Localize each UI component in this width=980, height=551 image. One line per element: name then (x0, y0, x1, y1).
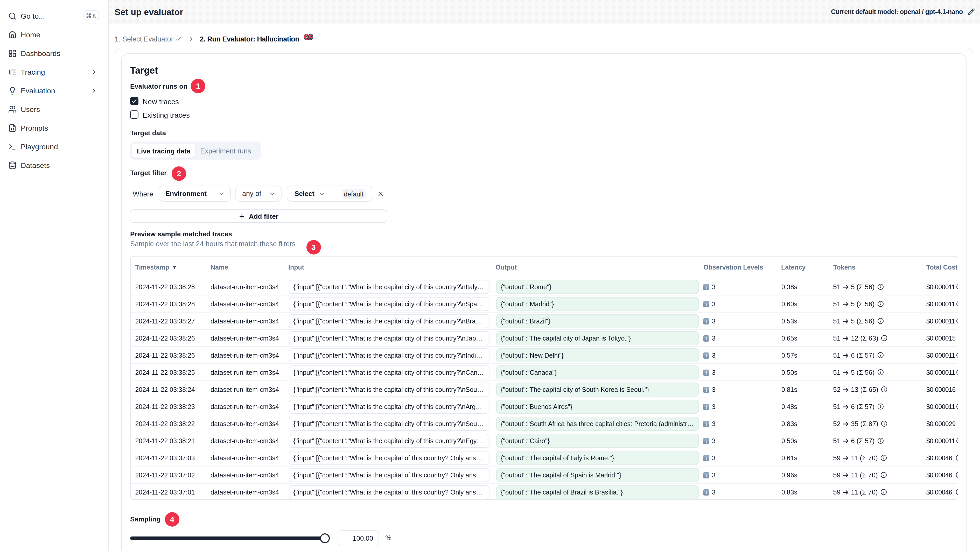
svg-text:i: i (705, 438, 707, 444)
svg-text:i: i (705, 370, 707, 375)
svg-text:i: i (705, 284, 707, 290)
svg-text:i: i (705, 353, 707, 358)
svg-text:i: i (705, 302, 707, 307)
svg-text:i: i (705, 404, 707, 410)
svg-text:i: i (705, 387, 707, 392)
svg-text:i: i (705, 336, 707, 341)
svg-text:i: i (705, 473, 707, 478)
svg-text:i: i (705, 490, 707, 495)
svg-text:i: i (705, 421, 707, 427)
svg-text:i: i (705, 456, 707, 461)
svg-text:i: i (705, 319, 707, 324)
